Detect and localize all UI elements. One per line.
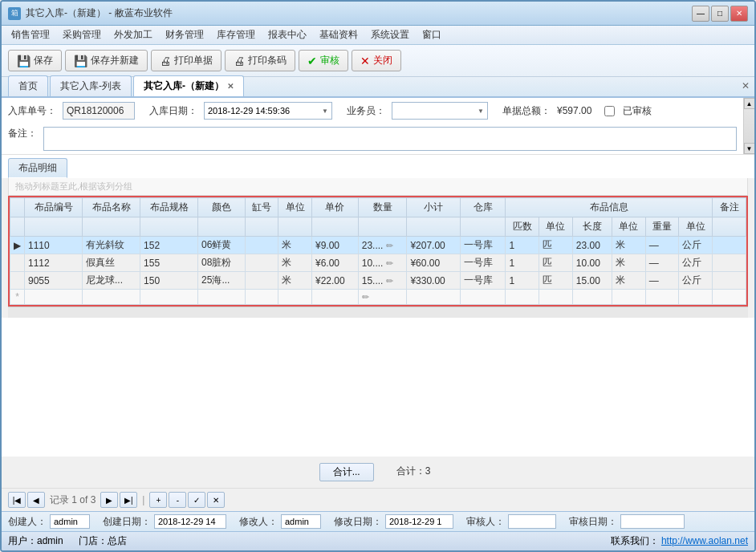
next-record-button[interactable]: ▶ xyxy=(100,492,118,508)
cell-vatno[interactable] xyxy=(245,237,278,254)
close-doc-button[interactable]: ✕ 关闭 xyxy=(352,50,401,71)
cell-qty[interactable]: 15.... ✏ xyxy=(358,272,407,290)
print-button[interactable]: 🖨 打印单据 xyxy=(151,50,222,71)
cell-code[interactable]: 1112 xyxy=(25,254,83,272)
cell-weight-unit[interactable]: 公斤 xyxy=(679,254,713,272)
menu-outsource[interactable]: 外发加工 xyxy=(108,26,159,43)
cell-pieces-unit[interactable]: 匹 xyxy=(539,237,573,254)
staff-select[interactable]: ▼ xyxy=(392,102,488,120)
th-weight[interactable]: 重量 xyxy=(645,217,679,237)
cell-qty[interactable]: 23.... ✏ xyxy=(358,237,407,254)
cell-weight-unit[interactable]: 公斤 xyxy=(679,272,713,290)
menu-reports[interactable]: 报表中心 xyxy=(262,26,313,43)
cell-weight[interactable]: — xyxy=(645,237,679,254)
table-row[interactable]: 9055 尼龙球... 150 25海... 米 ¥22.00 15.... ✏… xyxy=(10,272,746,290)
th-qty[interactable]: 数量 xyxy=(358,198,407,217)
cell-color[interactable]: 25海... xyxy=(198,272,246,290)
cell-pieces[interactable]: 1 xyxy=(506,237,539,254)
cell-length[interactable]: 10.00 xyxy=(572,254,612,272)
th-code[interactable]: 布品编号 xyxy=(25,198,83,217)
edit-icon[interactable]: ✏ xyxy=(386,241,393,250)
cell-spec[interactable]: 152 xyxy=(140,237,198,254)
th-pieces[interactable]: 匹数 xyxy=(506,217,539,237)
th-length[interactable]: 长度 xyxy=(572,217,612,237)
auditor-value[interactable] xyxy=(508,514,556,529)
th-name[interactable]: 布品名称 xyxy=(83,198,140,217)
contact-url[interactable]: http://www.aolan.net xyxy=(661,535,748,546)
th-color[interactable]: 颜色 xyxy=(198,198,246,217)
close-window-button[interactable]: ✕ xyxy=(730,6,748,22)
notes-input[interactable] xyxy=(43,127,737,151)
edit-icon[interactable]: ✏ xyxy=(386,258,393,268)
th-remarks[interactable]: 备注 xyxy=(713,198,746,217)
cell-color[interactable]: 06鲜黄 xyxy=(198,237,246,254)
maximize-button[interactable]: □ xyxy=(711,6,729,22)
minimize-button[interactable]: — xyxy=(692,6,709,22)
cell-vatno[interactable] xyxy=(245,272,278,290)
menu-sales[interactable]: 销售管理 xyxy=(5,26,56,43)
cell-spec[interactable]: 155 xyxy=(140,254,198,272)
menu-window[interactable]: 窗口 xyxy=(416,26,448,43)
date-select[interactable]: 2018-12-29 14:59:36 ▼ xyxy=(204,102,332,120)
order-number-input[interactable] xyxy=(63,102,135,120)
tab-home[interactable]: 首页 xyxy=(8,75,48,96)
audited-checkbox[interactable] xyxy=(604,106,615,116)
cell-subtotal[interactable]: ¥330.00 xyxy=(407,272,460,290)
section-tab-fabric[interactable]: 布品明细 xyxy=(8,158,67,178)
form-scrollbar[interactable]: ▲ ▼ xyxy=(743,98,754,154)
cell-price[interactable]: ¥22.00 xyxy=(311,272,358,290)
cell-price[interactable]: ¥6.00 xyxy=(311,254,358,272)
menu-base[interactable]: 基础资料 xyxy=(313,26,364,43)
sum-button[interactable]: 合计... xyxy=(319,463,374,481)
cell-pieces[interactable]: 1 xyxy=(506,254,539,272)
cell-name[interactable]: 假真丝 xyxy=(83,254,140,272)
cell-subtotal[interactable]: ¥60.00 xyxy=(407,254,460,272)
cell-length-unit[interactable]: 米 xyxy=(612,254,646,272)
cell-pieces-unit[interactable]: 匹 xyxy=(539,254,573,272)
th-pieces-unit[interactable]: 单位 xyxy=(539,217,573,237)
scroll-up-arrow[interactable]: ▲ xyxy=(744,98,755,109)
creator-value[interactable] xyxy=(50,514,90,529)
create-date-value[interactable] xyxy=(154,514,226,529)
cell-code[interactable]: 9055 xyxy=(25,272,83,290)
table-scrollbar-h[interactable] xyxy=(8,306,748,318)
cell-vatno[interactable] xyxy=(245,254,278,272)
cell-spec[interactable]: 150 xyxy=(140,272,198,290)
new-cell-code[interactable] xyxy=(25,290,83,305)
th-vatno[interactable]: 缸号 xyxy=(245,198,278,217)
cell-warehouse[interactable]: 一号库 xyxy=(460,272,506,290)
prev-record-button[interactable]: ◀ xyxy=(27,492,45,508)
cell-warehouse[interactable]: 一号库 xyxy=(460,254,506,272)
cell-pieces-unit[interactable]: 匹 xyxy=(539,272,573,290)
tab-bar-close-all[interactable]: ✕ xyxy=(742,80,750,91)
cell-unit[interactable]: 米 xyxy=(278,254,312,272)
cell-remarks[interactable] xyxy=(713,254,746,272)
cell-length[interactable]: 15.00 xyxy=(572,272,612,290)
th-length-unit[interactable]: 单位 xyxy=(612,217,646,237)
th-warehouse[interactable]: 仓库 xyxy=(460,198,506,217)
th-unit[interactable]: 单位 xyxy=(278,198,312,217)
table-row[interactable]: 1112 假真丝 155 08脏粉 米 ¥6.00 10.... ✏ ¥60.0… xyxy=(10,254,746,272)
cell-remarks[interactable] xyxy=(713,237,746,254)
cell-warehouse[interactable]: 一号库 xyxy=(460,237,506,254)
tab-close-icon[interactable]: ✕ xyxy=(227,82,234,91)
menu-settings[interactable]: 系统设置 xyxy=(364,26,416,43)
menu-inventory[interactable]: 库存管理 xyxy=(210,26,262,43)
th-weight-unit[interactable]: 单位 xyxy=(679,217,713,237)
cell-length-unit[interactable]: 米 xyxy=(612,237,646,254)
first-record-button[interactable]: |◀ xyxy=(8,492,26,508)
menu-purchase[interactable]: 采购管理 xyxy=(56,26,108,43)
add-record-button[interactable]: + xyxy=(149,492,167,508)
cell-price[interactable]: ¥9.00 xyxy=(311,237,358,254)
cell-remarks[interactable] xyxy=(713,272,746,290)
cell-weight[interactable]: — xyxy=(645,254,679,272)
new-table-row[interactable]: * ✏ xyxy=(10,290,746,305)
cell-weight[interactable]: — xyxy=(645,272,679,290)
cell-subtotal[interactable]: ¥207.00 xyxy=(407,237,460,254)
confirm-nav-button[interactable]: ✓ xyxy=(188,492,205,508)
cell-color[interactable]: 08脏粉 xyxy=(198,254,246,272)
th-spec[interactable]: 布品规格 xyxy=(140,198,198,217)
th-price[interactable]: 单价 xyxy=(311,198,358,217)
cell-weight-unit[interactable]: 公斤 xyxy=(679,237,713,254)
cancel-nav-button[interactable]: ✕ xyxy=(207,492,225,508)
